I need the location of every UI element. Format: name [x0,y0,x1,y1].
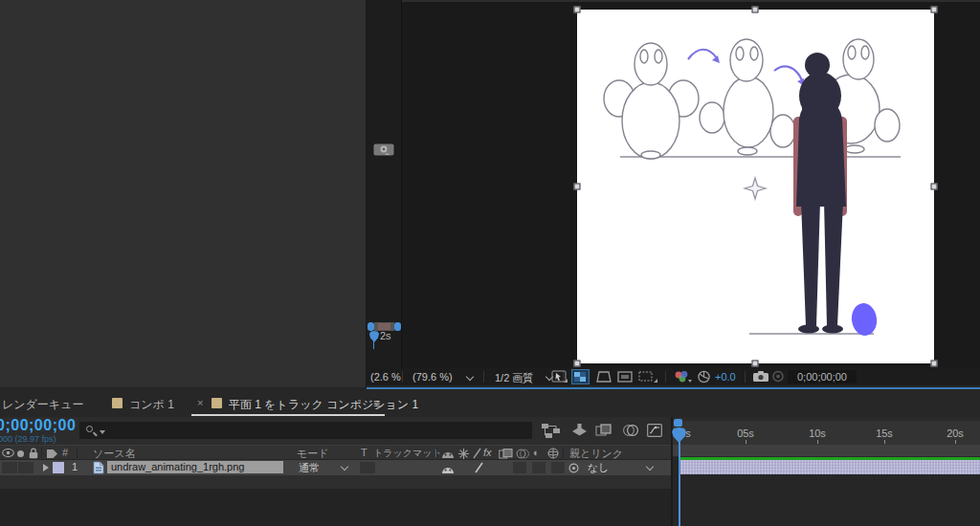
graph-editor-icon[interactable] [647,424,662,437]
selection-handle[interactable] [931,7,938,13]
show-snapshot-icon[interactable] [771,370,785,383]
pickwhip-icon[interactable] [568,463,579,473]
fx-icon[interactable]: fx [483,447,492,458]
work-area-bar[interactable] [673,445,980,457]
region-of-interest-icon[interactable] [616,370,634,384]
column-source-name[interactable]: ソース名 [93,447,136,461]
tab-render-queue[interactable]: レンダーキュー [2,397,83,413]
layer-switch-box[interactable] [532,462,546,473]
guides-options-icon[interactable] [637,370,658,384]
ruler-tick [817,440,818,444]
3d-layer-icon[interactable] [547,448,559,459]
column-t[interactable]: T [361,447,368,458]
work-area-start-handle[interactable] [674,419,682,427]
layer-duration-bar[interactable] [679,460,980,474]
motion-blur-column-icon[interactable] [516,449,530,459]
adjustment-layer-icon[interactable]: ◐ [533,447,540,458]
viewer-toolbar: (2.6 % (79.6 %) 1/2 画質 [367,368,980,385]
column-parent-link[interactable]: 親とリンク [569,447,623,461]
selection-handle[interactable] [931,184,938,190]
strip-zoom-label[interactable]: (2.6 % [370,371,401,383]
chevron-down-icon[interactable] [341,463,348,471]
search-icon [86,426,93,432]
panel-menu-icon[interactable]: ≡ [373,397,380,410]
show-channel-icon[interactable] [673,370,692,384]
ruler-tick [955,440,956,444]
column-track-matte[interactable]: トラックマット [373,447,442,460]
motion-blur-icon[interactable] [622,424,640,437]
frame-blending-icon[interactable] [595,424,613,437]
frame-blend-column-icon[interactable] [499,449,513,459]
navigator-start-handle[interactable] [368,322,374,331]
label-tag-icon[interactable] [46,449,58,459]
collapsed-layer-panel[interactable]: 2s [367,0,402,368]
expand-arrow-icon[interactable] [43,464,49,471]
panel-image-icon [373,142,394,157]
mask-visibility-icon[interactable] [595,370,612,384]
blend-mode-dropdown[interactable]: 通常 [299,461,320,475]
parent-dropdown[interactable]: なし [588,461,610,475]
selection-handle[interactable] [931,361,938,367]
video-eye-icon[interactable] [2,449,14,457]
chevron-down-icon[interactable] [466,373,474,381]
anchor-point-icon[interactable] [745,178,766,199]
video-toggle[interactable] [2,462,17,473]
composition-canvas[interactable] [577,10,934,363]
column-mode[interactable]: モード [297,447,329,461]
composition-flowchart-icon[interactable] [542,424,561,438]
navigator-end-handle[interactable] [394,322,401,331]
layer-label-swatch[interactable] [53,462,64,473]
ruler-tick [884,440,885,444]
search-input[interactable] [79,422,532,439]
ruler-label: 15s [876,427,893,439]
mini-playhead-icon[interactable] [369,331,379,342]
divider [402,371,403,383]
layer-switch-box[interactable] [551,462,565,473]
selection-handle[interactable] [574,184,581,190]
selection-handle[interactable] [574,7,581,13]
shy-icon[interactable] [441,449,455,458]
audio-toggle[interactable] [18,462,33,473]
viewer-timecode[interactable]: 0;00;00;00 [788,370,857,384]
grid-guides-options-icon[interactable] [551,370,568,384]
mini-playhead-line [373,341,374,349]
close-icon[interactable]: × [197,397,203,408]
transparency-grid-toggle-icon[interactable] [572,370,589,384]
timeline-controls-row: 0;00;00;00 000 (29.97 fps) [0,417,671,445]
layer-switch-box[interactable] [513,462,526,473]
current-timecode[interactable]: 0;00;00;00 [0,417,76,434]
ruler-tick [746,440,746,444]
selection-handle[interactable] [752,7,759,13]
divider [745,371,746,383]
column-number[interactable]: # [62,447,68,458]
layer-row[interactable]: 1 undraw_animating_1rgh.png 通常 [0,460,671,475]
snapshot-camera-icon[interactable] [752,370,769,383]
tab-comp-1[interactable]: コンポ 1 [129,397,174,413]
ruler-label: 05s [737,427,754,439]
exposure-icon[interactable] [697,370,711,384]
audio-solo-icon[interactable] [17,450,24,457]
png-file-icon [93,461,104,474]
draft-3d-icon[interactable] [570,423,589,438]
divider [665,371,666,383]
collapse-transformations-icon[interactable] [458,449,469,459]
lock-icon[interactable] [29,448,38,459]
divider [41,448,42,458]
selection-handle[interactable] [752,361,759,367]
project-panel[interactable] [0,0,367,387]
layer-quality-toggle[interactable] [475,462,483,473]
magnification-dropdown[interactable]: (79.6 %) [412,371,453,383]
tab-active-comp[interactable]: 平面 1 をトラック コンポジション 1 [229,397,418,413]
composition-pasteboard[interactable] [402,0,980,368]
track-matte-dropdown[interactable] [360,462,375,473]
time-ruler[interactable]: 0s 05s 10s 15s 20s [673,417,980,445]
selection-handle[interactable] [574,361,581,367]
search-options-arrow [100,430,105,434]
quality-icon[interactable] [473,448,481,459]
exposure-value[interactable]: +0.0 [715,371,736,383]
layer-name-field[interactable]: undraw_animating_1rgh.png [107,461,283,473]
playhead-line[interactable] [679,430,680,526]
chevron-down-icon[interactable] [646,463,654,471]
layer-shy-toggle[interactable] [441,464,455,473]
resolution-dropdown[interactable]: 1/2 画質 [495,371,533,385]
